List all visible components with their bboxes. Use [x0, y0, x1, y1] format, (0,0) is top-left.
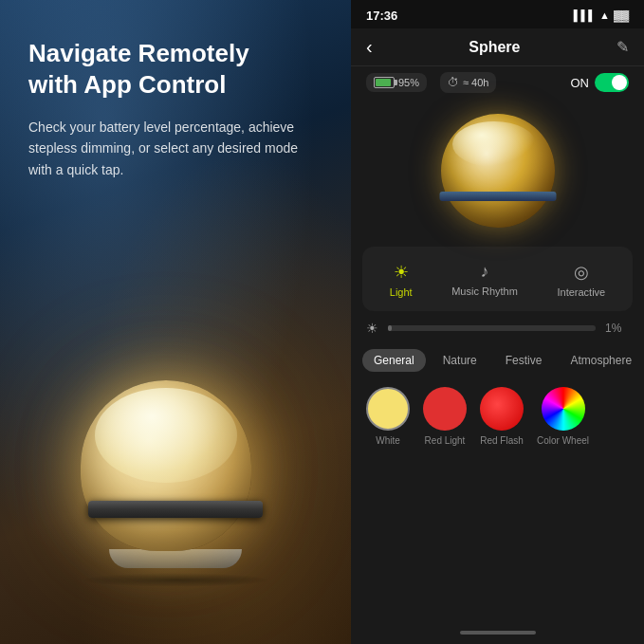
color-white-label: White [376, 435, 400, 446]
toggle-knob [612, 75, 627, 90]
theme-atmosphere[interactable]: Atmosphere [559, 349, 643, 372]
swatch-red-light [423, 387, 467, 431]
color-red-light[interactable]: Red Light [423, 387, 467, 446]
mode-light-label: Light [390, 286, 413, 298]
theme-nature[interactable]: Nature [432, 349, 488, 372]
time-info: ⏱ ≈ 40h [440, 72, 496, 93]
sphere-display [351, 99, 644, 247]
on-label: ON [571, 76, 590, 90]
lamp-band [88, 501, 263, 518]
battery-info: 95% [366, 73, 427, 92]
mode-music[interactable]: ♪ Music Rhythm [438, 256, 531, 304]
phone-ui: 17:36 ▌▌▌ ▲ ▓▓ ‹ Sphere ✎ 95% ⏱ ≈ 40h ON [351, 0, 644, 644]
nav-title: Sphere [469, 39, 520, 56]
mode-light[interactable]: ☀ Light [377, 256, 426, 304]
status-icons: ▌▌▌ ▲ ▓▓ [574, 9, 629, 21]
table-shadow [81, 573, 270, 587]
lamp-base [109, 549, 242, 568]
swatch-white [366, 387, 410, 431]
mode-music-label: Music Rhythm [451, 285, 518, 297]
battery-percentage: 95% [398, 77, 419, 88]
mode-tabs: ☀ Light ♪ Music Rhythm ◎ Interactive [362, 247, 633, 311]
clock-icon: ⏱ [448, 76, 459, 89]
home-indicator [460, 631, 536, 635]
bottom-bar [351, 621, 644, 644]
light-icon: ☀ [394, 262, 409, 283]
status-time: 17:36 [366, 9, 397, 23]
brightness-icon: ☀ [366, 321, 378, 336]
color-wheel[interactable]: Color Wheel [537, 387, 589, 446]
mode-interactive[interactable]: ◎ Interactive [543, 256, 618, 304]
brightness-track[interactable] [388, 325, 596, 331]
edit-button[interactable]: ✎ [616, 38, 629, 56]
brightness-fill [388, 325, 392, 331]
music-icon: ♪ [481, 262, 489, 282]
color-grid: White Red Light Red Flash Color Wheel [351, 376, 644, 457]
swatch-red-flash [480, 387, 524, 431]
nav-bar: ‹ Sphere ✎ [351, 28, 644, 66]
back-button[interactable]: ‹ [366, 36, 373, 58]
power-toggle[interactable]: ON [571, 73, 630, 92]
lamp-image [81, 380, 270, 587]
swatch-color-wheel [542, 387, 585, 431]
color-red-light-label: Red Light [425, 435, 466, 446]
headline: Navigate Remotelywith App Control [28, 38, 322, 100]
color-red-flash[interactable]: Red Flash [480, 387, 524, 446]
color-red-flash-label: Red Flash [480, 435, 524, 446]
brightness-section: ☀ 1% [351, 311, 644, 345]
lamp-sphere [81, 380, 251, 551]
theme-general[interactable]: General [362, 349, 426, 372]
status-bar: 17:36 ▌▌▌ ▲ ▓▓ [351, 0, 644, 28]
color-wheel-label: Color Wheel [537, 435, 589, 446]
toggle-switch[interactable] [595, 73, 629, 92]
time-remaining: ≈ 40h [463, 77, 488, 88]
subtext: Check your battery level percentage, ach… [28, 117, 322, 180]
brightness-value: 1% [605, 322, 629, 335]
info-bar: 95% ⏱ ≈ 40h ON [351, 66, 644, 99]
battery-status-icon: ▓▓ [614, 9, 629, 21]
mode-interactive-label: Interactive [557, 286, 605, 298]
left-panel: Navigate Remotelywith App Control Check … [0, 0, 351, 644]
theme-festive[interactable]: Festive [494, 349, 554, 372]
signal-icon: ▌▌▌ [574, 9, 596, 21]
interactive-icon: ◎ [574, 262, 589, 283]
battery-icon [374, 77, 395, 88]
sphere-visual [441, 114, 555, 228]
color-white[interactable]: White [366, 387, 410, 446]
theme-tabs: General Nature Festive Atmosphere [351, 345, 644, 376]
wifi-icon: ▲ [599, 9, 610, 21]
sphere-band [439, 192, 556, 201]
